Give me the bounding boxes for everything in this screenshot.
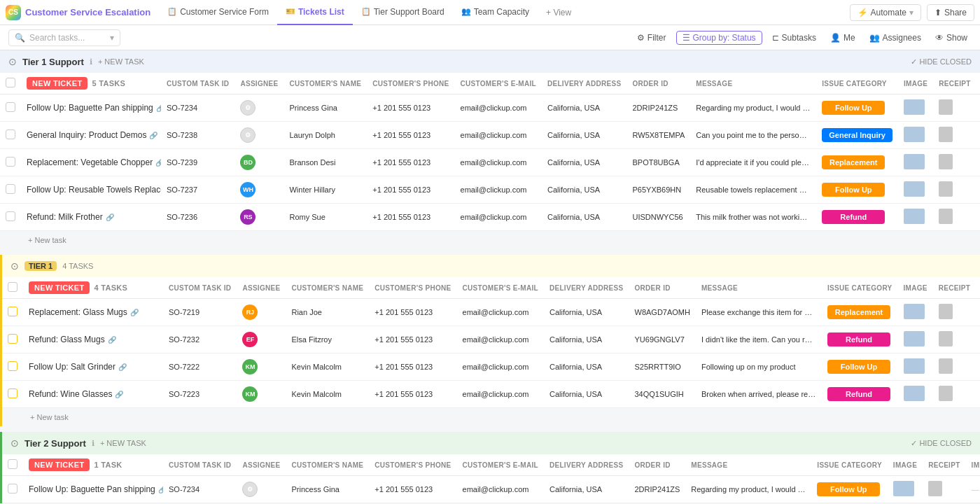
task-name-text[interactable]: Follow Up: Baguette Pan shipping	[29, 484, 155, 494]
image-thumbnail[interactable]	[904, 358, 925, 374]
task-name-text[interactable]: Refund: Milk Frother	[27, 212, 103, 222]
row-checkbox[interactable]	[6, 157, 15, 167]
new-ticket-button-t1[interactable]: NEW TICKET	[29, 281, 90, 294]
assignee-cell[interactable]: ⚙	[234, 94, 284, 122]
tier2-support-hide-closed[interactable]: ✓ HIDE CLOSED	[911, 439, 972, 448]
row-checkbox[interactable]	[8, 388, 18, 398]
assignee-cell[interactable]: ⚙	[234, 122, 284, 149]
search-box[interactable]: 🔍 Search tasks... ▾	[8, 29, 120, 46]
new-ticket-button[interactable]: NEW TICKET	[27, 77, 88, 90]
tier2-support-toggle[interactable]: ⊙	[10, 438, 19, 449]
link-icon[interactable]: 🔗	[149, 132, 158, 139]
link-icon[interactable]: 🔗	[158, 486, 163, 493]
col-image-t2: IMAGE	[888, 454, 923, 476]
row-checkbox[interactable]	[6, 184, 15, 194]
tier1-support-header[interactable]: ⊙ Tier 1 Support ℹ + NEW TASK ✓ HIDE CLO…	[0, 50, 980, 73]
share-button[interactable]: ⬆ Share	[927, 4, 974, 21]
tier2-support-header[interactable]: ⊙ Tier 2 Support ℹ + NEW TASK ✓ HIDE CLO…	[2, 432, 980, 454]
image-thumbnail[interactable]	[904, 154, 925, 169]
link-icon[interactable]: 🔗	[130, 309, 139, 316]
group-by-button[interactable]: ☰ Group by: Status	[676, 31, 762, 45]
tier1-support-toggle[interactable]: ⊙	[8, 56, 17, 67]
tier1-support-new-task[interactable]: + NEW TASK	[98, 57, 144, 66]
row-checkbox[interactable]	[8, 484, 18, 493]
receipt-thumbnail[interactable]	[928, 481, 942, 496]
task-name-text[interactable]: Refund: Wine Glasses	[29, 389, 112, 399]
task-name-text[interactable]: Replacement: Glass Mugs	[29, 307, 127, 317]
link-icon[interactable]: 🔗	[108, 336, 116, 344]
subtasks-button[interactable]: ⊏ Subtasks	[768, 31, 820, 44]
assignee-cell[interactable]: BD	[234, 149, 284, 176]
receipt-thumbnail[interactable]	[939, 331, 953, 346]
tab-view[interactable]: + View	[538, 8, 580, 18]
image-cell	[898, 381, 933, 408]
assignee-cell[interactable]: WH	[234, 176, 284, 204]
link-icon[interactable]: 🔗	[156, 104, 161, 112]
receipt-thumbnail[interactable]	[939, 209, 953, 224]
avatar: EF	[242, 332, 258, 347]
assignee-cell[interactable]: EF	[237, 326, 286, 354]
receipt-thumbnail[interactable]	[939, 127, 953, 142]
assignee-cell[interactable]: KM	[237, 381, 286, 408]
row-checkbox[interactable]	[8, 361, 18, 371]
receipt-thumbnail[interactable]	[939, 304, 953, 319]
image-thumbnail[interactable]	[904, 331, 925, 346]
receipt-thumbnail[interactable]	[939, 99, 953, 115]
tab-tickets-list[interactable]: 🎫 Tickets List	[277, 0, 353, 25]
tier-board-icon: 📋	[361, 7, 371, 16]
task-name-text[interactable]: Follow Up: Reusable Towels Replacement	[27, 185, 161, 195]
assignee-cell[interactable]: RJ	[237, 299, 286, 326]
task-name-text[interactable]: Follow Up: Salt Grinder	[29, 362, 115, 372]
tier1-support-info-icon[interactable]: ℹ	[90, 57, 92, 66]
receipt-thumbnail[interactable]	[939, 386, 953, 401]
task-name-text[interactable]: Replacement: Vegetable Chopper	[27, 158, 153, 167]
image-thumbnail[interactable]	[904, 386, 925, 401]
link-icon[interactable]: 🔗	[118, 363, 127, 371]
link-icon[interactable]: 🔗	[155, 159, 161, 167]
row-checkbox[interactable]	[8, 334, 18, 344]
header-checkbox-t2[interactable]	[8, 459, 18, 469]
task-name-text[interactable]: General Inquiry: Product Demos	[27, 130, 146, 140]
tier2-support-new-task[interactable]: + NEW TASK	[100, 439, 146, 447]
filter-button[interactable]: ⚙ Filter	[633, 31, 671, 44]
link-icon[interactable]: 🔗	[106, 214, 114, 221]
tier1-support-hide-closed[interactable]: ✓ HIDE CLOSED	[911, 57, 972, 66]
receipt-thumbnail[interactable]	[939, 181, 953, 197]
row-checkbox[interactable]	[6, 211, 15, 221]
task-name-text[interactable]: Follow Up: Baguette Pan shipping	[27, 103, 153, 113]
image-thumbnail[interactable]	[904, 209, 925, 224]
row-checkbox[interactable]	[6, 102, 15, 112]
automate-button[interactable]: ⚡ Automate ▾	[850, 4, 921, 21]
show-button[interactable]: 👁 Show	[931, 31, 972, 44]
tier1-support-new-task-link[interactable]: + New task	[28, 236, 66, 244]
me-button[interactable]: 👤 Me	[826, 31, 860, 44]
tab-tier-board[interactable]: 📋 Tier Support Board	[353, 0, 453, 25]
header-checkbox-t1[interactable]	[8, 282, 18, 292]
assignee-cell[interactable]: ⚙	[237, 476, 286, 503]
image-thumbnail[interactable]	[893, 481, 914, 496]
impact-cell: HIGH	[976, 326, 980, 354]
image-thumbnail[interactable]	[904, 304, 925, 319]
header-checkbox[interactable]	[6, 78, 15, 88]
receipt-thumbnail[interactable]	[939, 154, 953, 169]
receipt-thumbnail[interactable]	[939, 358, 953, 374]
task-name-text[interactable]: Refund: Glass Mugs	[29, 335, 105, 344]
image-thumbnail[interactable]	[904, 181, 925, 197]
assignees-button[interactable]: 👥 Assignees	[865, 31, 925, 44]
image-thumbnail[interactable]	[904, 127, 925, 142]
show-label: Show	[946, 33, 967, 43]
tab-team-capacity[interactable]: 👥 Team Capacity	[453, 0, 538, 25]
tier1-header[interactable]: ⊙ TIER 1 4 TASKS	[2, 255, 980, 277]
link-icon[interactable]: 🔗	[115, 391, 123, 398]
assignee-cell[interactable]: RS	[234, 204, 284, 231]
tier1-toggle[interactable]: ⊙	[10, 260, 19, 272]
tier2-support-info-icon[interactable]: ℹ	[92, 439, 94, 448]
image-thumbnail[interactable]	[904, 99, 925, 115]
tab-cs-form[interactable]: 📋 Customer Service Form	[159, 0, 277, 25]
row-checkbox[interactable]	[8, 307, 18, 316]
row-checkbox[interactable]	[6, 130, 15, 139]
new-ticket-button-t2[interactable]: NEW TICKET	[29, 458, 90, 471]
message-text: Can you point me to the person who can d…	[696, 131, 811, 139]
tier1-new-task-link[interactable]: + New task	[30, 413, 69, 421]
assignee-cell[interactable]: KM	[237, 354, 286, 381]
